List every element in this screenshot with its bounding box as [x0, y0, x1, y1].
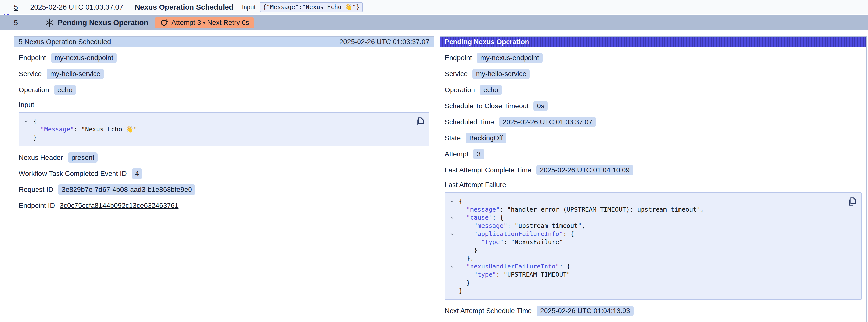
copy-failure-button[interactable]: [847, 196, 857, 207]
field-row-state: StateBackingOff: [444, 133, 862, 143]
code-line-text: "type": "UPSTREAM_TIMEOUT": [459, 270, 570, 279]
event-details-body: Endpointmy-nexus-endpointServicemy-hello…: [14, 53, 434, 211]
code-line-text: "applicationFailureInfo": {: [459, 230, 574, 238]
code-line: }: [445, 287, 844, 295]
code-line: "message": "handler error (UPSTREAM_TIME…: [445, 205, 844, 214]
field-row-endpoint: Endpointmy-nexus-endpoint: [444, 53, 862, 63]
field-value-chip-service: my-hello-service: [46, 69, 104, 79]
field-value-chip-service: my-hello-service: [472, 69, 530, 79]
retry-status-badge: Attempt 3 • Next Retry 0s: [155, 17, 254, 28]
field-value-chip-endpoint: my-nexus-endpoint: [51, 53, 117, 63]
field-row-nexus-header: Nexus Headerpresent: [19, 152, 429, 163]
field-label-service: Service: [19, 70, 42, 78]
field-value-chip-next-attempt-schedule-time: 2025-02-26 UTC 01:04:13.93: [537, 306, 633, 316]
pending-operation-header-title: Pending Nexus Operation: [444, 38, 529, 46]
code-line-gutter: [445, 230, 459, 238]
field-label-schedule-to-close-timeout: Schedule To Close Timeout: [444, 102, 528, 110]
event-row-nexus-operation-scheduled[interactable]: 5 2025-02-26 UTC 01:03:37.07 Nexus Opera…: [0, 0, 868, 14]
failure-json-viewer: { "message": "handler error (UPSTREAM_TI…: [444, 192, 862, 300]
retry-icon: [160, 19, 168, 27]
code-line: }: [445, 246, 844, 254]
code-line-gutter: [445, 222, 459, 230]
copy-icon: [847, 196, 857, 207]
code-line-text: },: [459, 254, 474, 262]
code-line: },: [445, 254, 844, 262]
field-row-operation: Operationecho: [444, 85, 862, 95]
field-row-schedule-to-close-timeout: Schedule To Close Timeout0s: [444, 101, 862, 111]
event-timestamp: 2025-02-26 UTC 01:03:37.07: [30, 3, 133, 11]
field-value-chip-attempt: 3: [473, 149, 484, 159]
code-line-gutter: [445, 270, 459, 279]
field-label-service: Service: [444, 70, 468, 78]
field-row-scheduled-time: Scheduled Time2025-02-26 UTC 01:03:37.07: [444, 117, 862, 127]
field-label-state: State: [444, 134, 461, 142]
collapse-chevron-icon[interactable]: [449, 231, 455, 237]
code-line-text: "type": "NexusFailure": [459, 238, 563, 246]
event-id-link[interactable]: 5: [14, 3, 18, 11]
collapse-chevron-icon[interactable]: [449, 215, 455, 220]
field-value-chip-schedule-to-close-timeout: 0s: [533, 101, 548, 111]
field-value-chip-workflow-task-completed-event-id: 4: [132, 168, 143, 179]
input-json-viewer: { "Message": "Nexus Echo 👋"}: [19, 112, 429, 147]
field-row-service: Servicemy-hello-service: [444, 69, 862, 79]
code-line-text: "nexusHandlerFailureInfo": {: [459, 262, 570, 270]
event-details-header-title: 5 Nexus Operation Scheduled: [19, 38, 111, 46]
code-line-gutter: [445, 287, 459, 295]
field-row-operation: Operationecho: [19, 85, 429, 95]
field-label-request-id: Request ID: [19, 186, 53, 194]
retry-badge-text: Attempt 3 • Next Retry 0s: [172, 19, 249, 27]
field-label-operation: Operation: [444, 86, 475, 94]
code-line-gutter: [19, 117, 33, 125]
pending-operation-panel: Pending Nexus Operation Endpointmy-nexus…: [440, 36, 867, 322]
field-label-attempt: Attempt: [444, 150, 468, 158]
field-value-chip-last-attempt-complete-time: 2025-02-26 UTC 01:04:10.09: [536, 165, 633, 175]
code-line: "applicationFailureInfo": {: [445, 230, 844, 238]
failure-section-label: Last Attempt Failure: [444, 181, 862, 189]
field-value-link-endpoint-id[interactable]: 3c0c75ccfa8144b092c13ce632463761: [60, 201, 178, 210]
code-line-text: "message": "upstream timeout",: [459, 222, 585, 230]
code-line-gutter: [445, 279, 459, 287]
code-line-gutter: [445, 238, 459, 246]
code-line-text: "Message": "Nexus Echo 👋": [33, 125, 137, 133]
copy-icon: [415, 116, 425, 127]
field-row-service: Servicemy-hello-service: [19, 69, 429, 79]
code-line-text: {: [459, 197, 463, 205]
event-title: Nexus Operation Scheduled: [135, 3, 234, 11]
field-row-next-attempt-schedule-time: Next Attempt Schedule Time2025-02-26 UTC…: [444, 306, 862, 316]
field-label-endpoint-id: Endpoint ID: [19, 202, 55, 210]
code-line-text: }: [459, 279, 470, 287]
code-line-gutter: [19, 133, 33, 141]
code-line-gutter: [445, 254, 459, 262]
field-row-endpoint-id: Endpoint ID3c0c75ccfa8144b092c13ce632463…: [19, 200, 429, 211]
field-value-chip-request-id: 3e829b7e-7d67-4b08-aad3-b1e868bfe9e0: [58, 185, 195, 195]
code-line: "nexusHandlerFailureInfo": {: [445, 262, 844, 270]
field-value-chip-state: BackingOff: [466, 133, 506, 143]
input-section-label: Input: [19, 101, 429, 109]
field-row-request-id: Request ID3e829b7e-7d67-4b08-aad3-b1e868…: [19, 185, 429, 195]
field-label-endpoint: Endpoint: [444, 54, 472, 62]
event-details-header: 5 Nexus Operation Scheduled 2025-02-26 U…: [14, 37, 434, 47]
code-line: "Message": "Nexus Echo 👋": [19, 125, 411, 133]
code-line-gutter: [445, 246, 459, 254]
code-line-gutter: [445, 214, 459, 222]
workflow-event-history-page: 5 2025-02-26 UTC 01:03:37.07 Nexus Opera…: [0, 0, 868, 322]
field-label-last-attempt-complete-time: Last Attempt Complete Time: [444, 166, 531, 174]
event-details-header-timestamp: 2025-02-26 UTC 01:03:37.07: [340, 38, 429, 46]
code-line-text: }: [459, 246, 477, 254]
code-line-text: }: [459, 287, 463, 295]
field-label-endpoint: Endpoint: [19, 54, 46, 62]
pending-id-link[interactable]: 5: [14, 19, 18, 27]
copy-input-button[interactable]: [415, 116, 425, 127]
collapse-chevron-icon[interactable]: [449, 199, 455, 204]
code-line: {: [445, 197, 844, 205]
collapse-chevron-icon[interactable]: [449, 264, 455, 269]
pending-operation-row[interactable]: 5 Pending Nexus Operation Attempt 3 • Ne…: [0, 15, 868, 30]
code-line-text: "cause": {: [459, 214, 503, 222]
code-line: "type": "UPSTREAM_TIMEOUT": [445, 270, 844, 279]
field-label-operation: Operation: [19, 86, 49, 94]
collapse-chevron-icon[interactable]: [24, 119, 29, 124]
code-line-gutter: [445, 262, 459, 270]
code-line-text: {: [33, 117, 37, 125]
field-value-chip-scheduled-time: 2025-02-26 UTC 01:03:37.07: [499, 117, 596, 127]
code-line-gutter: [445, 197, 459, 205]
